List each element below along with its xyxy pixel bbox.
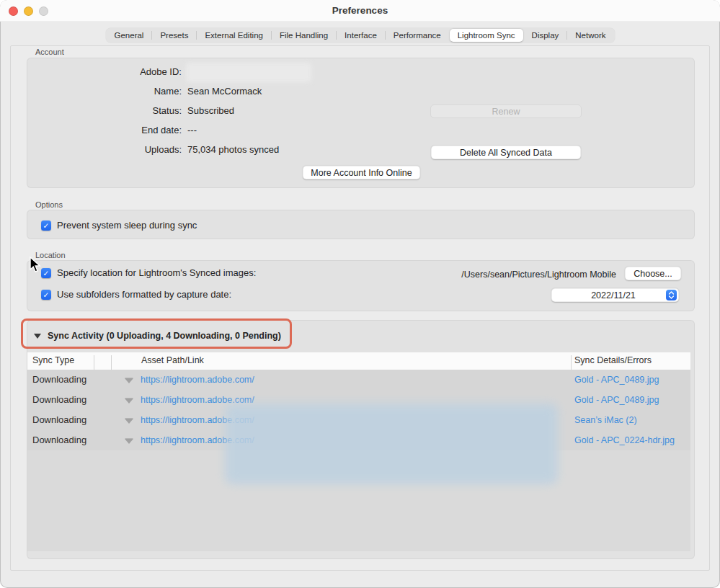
row-disclosure-arrow-icon[interactable] (125, 419, 133, 424)
adobe-id-label: Adobe ID: (27, 66, 182, 79)
tab-network[interactable]: Network (567, 29, 613, 42)
asset-link[interactable]: https://lightroom.adobe.com/ (141, 375, 254, 385)
tab-lightroom-sync[interactable]: Lightroom Sync (450, 29, 523, 42)
preferences-tab-bar: General Presets External Editing File Ha… (0, 28, 720, 43)
prevent-sleep-row: ✓ Prevent system sleep during sync (41, 220, 197, 231)
tab-general[interactable]: General (107, 29, 152, 42)
sync-details-link[interactable]: Gold - APC_0224-hdr.jpg (574, 435, 675, 445)
subfolders-checkbox[interactable]: ✓ (41, 290, 51, 300)
account-field-adobe-id: Adobe ID: (27, 66, 694, 79)
status-value: Subscribed (187, 104, 234, 117)
sync-type-cell: Downloading (32, 414, 86, 425)
tab-segmented-control: General Presets External Editing File Ha… (106, 28, 615, 43)
row-disclosure-arrow-icon[interactable] (125, 378, 133, 383)
row-disclosure-arrow-icon[interactable] (125, 439, 133, 444)
delete-all-synced-data-button[interactable]: Delete All Synced Data (431, 146, 581, 159)
synced-images-path: /Users/sean/Pictures/Lightroom Mobile (328, 270, 616, 280)
sync-activity-group-box: Sync Activity (0 Uploading, 4 Downloadin… (27, 320, 695, 559)
sync-row: Downloading https://lightroom.adobe.com/… (27, 370, 690, 390)
sync-details-link[interactable]: Gold - APC_0489.jpg (574, 395, 659, 405)
specify-location-label: Specify location for Lightroom's Synced … (57, 267, 256, 278)
account-group-box: Adobe ID: Name: Sean McCormack Status: S… (27, 58, 695, 188)
sync-type-cell: Downloading (32, 435, 86, 445)
sync-details-link[interactable]: Sean’s iMac (2) (574, 415, 637, 425)
end-date-label: End date: (27, 124, 182, 137)
header-divider (111, 355, 112, 370)
sync-type-cell: Downloading (32, 394, 86, 405)
date-format-dropdown[interactable]: 2022/11/21 (551, 288, 679, 302)
tab-interface[interactable]: Interface (337, 29, 385, 42)
account-field-name: Name: Sean McCormack (27, 85, 694, 98)
name-value: Sean McCormack (187, 85, 262, 98)
subfolders-label: Use subfolders formatted by capture date… (57, 289, 231, 300)
options-group-box: ✓ Prevent system sleep during sync (27, 210, 695, 239)
end-date-value: --- (187, 124, 197, 137)
redacted-adobe-id-value (186, 63, 311, 82)
window-title: Preferences (0, 5, 720, 16)
sync-activity-disclosure[interactable]: Sync Activity (0 Uploading, 4 Downloadin… (27, 326, 281, 345)
header-divider (94, 355, 94, 370)
sync-table-header: Sync Type Asset Path/Link Sync Details/E… (27, 352, 690, 370)
tab-presets[interactable]: Presets (152, 29, 196, 42)
preferences-window: Preferences General Presets External Edi… (0, 0, 720, 588)
more-account-info-button[interactable]: More Account Info Online (303, 166, 420, 179)
tab-display[interactable]: Display (524, 29, 567, 42)
column-asset-path: Asset Path/Link (141, 355, 204, 365)
location-section-label: Location (35, 251, 66, 259)
uploads-value: 75,034 photos synced (187, 143, 279, 156)
options-section-label: Options (35, 200, 63, 209)
name-label: Name: (27, 85, 182, 98)
tab-external-editing[interactable]: External Editing (197, 29, 271, 42)
account-field-end-date: End date: --- (27, 124, 694, 137)
disclosure-triangle-icon (34, 334, 41, 339)
sync-activity-table: Sync Type Asset Path/Link Sync Details/E… (27, 352, 690, 551)
status-label: Status: (27, 104, 182, 117)
tab-performance[interactable]: Performance (386, 29, 449, 42)
prevent-sleep-checkbox[interactable]: ✓ (41, 220, 51, 231)
date-format-value: 2022/11/21 (552, 290, 665, 300)
lightroom-sync-pane: Account Adobe ID: Name: Sean McCormack S… (10, 45, 710, 571)
sync-details-link[interactable]: Gold - APC_0489.jpg (574, 375, 659, 385)
specify-location-row: ✓ Specify location for Lightroom's Synce… (41, 267, 256, 278)
column-sync-type: Sync Type (32, 355, 74, 365)
header-divider (571, 355, 572, 370)
redacted-asset-paths-blur (225, 404, 558, 484)
renew-button: Renew (430, 104, 582, 118)
location-group-box: ✓ Specify location for Lightroom's Synce… (27, 260, 695, 311)
uploads-label: Uploads: (27, 143, 182, 156)
account-field-uploads: Uploads: 75,034 photos synced (27, 143, 694, 156)
account-section-label: Account (35, 48, 64, 56)
account-field-status: Status: Subscribed (27, 104, 694, 117)
subfolders-row: ✓ Use subfolders formatted by capture da… (41, 289, 231, 300)
sync-activity-header-label: Sync Activity (0 Uploading, 4 Downloadin… (48, 331, 281, 341)
sync-type-cell: Downloading (32, 374, 86, 385)
column-sync-details: Sync Details/Errors (574, 355, 652, 365)
tab-file-handling[interactable]: File Handling (272, 29, 336, 42)
title-bar: Preferences (0, 0, 720, 22)
row-disclosure-arrow-icon[interactable] (125, 398, 133, 404)
choose-location-button[interactable]: Choose... (625, 267, 681, 280)
specify-location-checkbox[interactable]: ✓ (41, 268, 51, 278)
prevent-sleep-label: Prevent system sleep during sync (57, 220, 197, 231)
dropdown-stepper-icon (666, 290, 677, 300)
